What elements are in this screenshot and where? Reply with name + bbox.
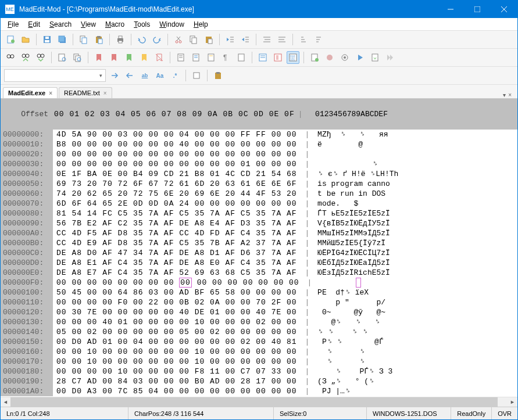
- hex-bytes[interactable]: 56 7B E2 AF C2 35 7A AF DE A8 E4 AF D3 3…: [53, 218, 301, 228]
- copy-button[interactable]: [77, 33, 90, 46]
- match-case-button[interactable]: Aa: [153, 69, 166, 82]
- hex-bytes[interactable]: 00 00 00 00 00 00 00 00 00 00 00 00 00 0…: [53, 278, 303, 288]
- minimize-button[interactable]: [437, 1, 464, 18]
- hex-row[interactable]: 00000190:28 C7 AD 00 84 03 00 00 00 B0 A…: [1, 376, 517, 386]
- hex-ascii[interactable]: t be run in DOS: [314, 189, 394, 199]
- hex-bytes[interactable]: 00 00 10 00 00 00 00 00 00 10 00 00 00 0…: [53, 357, 301, 367]
- hex-row[interactable]: 000000E0:DE A8 E7 AF C4 35 7A AF 52 69 6…: [1, 268, 517, 278]
- paste-button[interactable]: [92, 33, 105, 46]
- hex-ascii[interactable]: р " p/: [314, 297, 394, 307]
- regex-button[interactable]: .*: [169, 69, 181, 82]
- print-button[interactable]: [114, 33, 127, 46]
- hex-bytes[interactable]: CC 4D F5 AF D8 35 7A AF CC 4D FD AF C4 3…: [53, 228, 301, 238]
- hex-row[interactable]: 000000A0:CC 4D F5 AF D8 35 7A AF CC 4D F…: [1, 228, 517, 238]
- save-all-button[interactable]: [56, 33, 69, 46]
- bookmark-green-button[interactable]: [123, 51, 135, 64]
- macro-fwd-button[interactable]: [384, 51, 396, 64]
- quicksearch-back-button[interactable]: [123, 69, 136, 82]
- cut-button[interactable]: [172, 33, 185, 46]
- uncomment-button[interactable]: [276, 33, 288, 46]
- doc4-button[interactable]: [235, 51, 248, 64]
- hex-ascii[interactable]: ё @: [314, 139, 398, 149]
- hex-bytes[interactable]: DE A8 E1 AF C4 35 7A AF DE A8 E0 AF C4 3…: [53, 258, 301, 268]
- hex-ascii[interactable]: ММшЇН5zЇММэЇД5zЇ: [314, 228, 394, 238]
- macro-play-gear-button[interactable]: [338, 51, 351, 64]
- doc2-button[interactable]: [190, 51, 202, 64]
- hex-row[interactable]: 000000D0:DE A8 E1 AF C4 35 7A AF DE A8 E…: [1, 258, 517, 268]
- hex-ascii[interactable]: Р­␠ ␠ @Ѓ: [314, 337, 387, 347]
- hex-ascii[interactable]: РЈ |…␠: [314, 386, 395, 396]
- quicksearch-go-button[interactable]: [108, 69, 121, 82]
- save-button[interactable]: [41, 33, 53, 46]
- hex-ascii[interactable]: PE d†␠ ­їeX: [314, 288, 390, 297]
- menu-window[interactable]: Window: [155, 19, 189, 30]
- hex-row[interactable]: 00000010:B8 00 00 00 00 00 00 00 40 00 0…: [1, 139, 517, 149]
- indent-button[interactable]: [239, 33, 252, 46]
- hex-row[interactable]: 00000140:05 00 02 00 00 00 00 00 05 00 0…: [1, 327, 517, 337]
- scroll-thumb[interactable]: [10, 397, 498, 407]
- hex-row[interactable]: 00000120:00 30 7E 00 00 00 00 00 40 DE 0…: [1, 307, 517, 317]
- menu-macro[interactable]: Macro: [101, 19, 129, 30]
- hex-bytes[interactable]: 50 45 00 00 64 86 03 00 AD BF 65 58 00 0…: [53, 288, 301, 297]
- hex-row[interactable]: 00000000:4D 5A 90 00 03 00 00 00 04 00 0…: [1, 130, 517, 139]
- menu-search[interactable]: Search: [45, 19, 76, 30]
- find-in-files-button[interactable]: [71, 51, 84, 64]
- status-encoding[interactable]: WINDOWS-1251.DOS: [367, 407, 451, 419]
- hex-bytes[interactable]: 00 30 7E 00 00 00 00 00 40 DE 01 00 00 4…: [53, 307, 301, 317]
- hex-ascii[interactable]: ␠: [314, 159, 395, 169]
- hex-ascii[interactable]: ММйШ5zЇЕ5{Їў7zЇ: [314, 238, 389, 248]
- hex-row[interactable]: 00000060:74 20 62 65 20 72 75 6E 20 69 6…: [1, 189, 517, 199]
- column-mode-button[interactable]: [271, 51, 284, 64]
- new-file-button[interactable]: [4, 33, 17, 46]
- hex-editor[interactable]: Offset00 01 02 03 04 05 06 07 08 09 0A 0…: [1, 99, 517, 397]
- hex-bytes[interactable]: 0E 1F BA 0E 00 B4 09 CD 21 B8 01 4C CD 2…: [53, 169, 301, 179]
- hex-row[interactable]: 00000150:00 D0 AD 01 00 04 00 00 00 00 0…: [1, 337, 517, 347]
- hex-bytes[interactable]: 00 00 00 00 10 00 00 00 00 F8 11 00 C7 0…: [53, 367, 301, 376]
- hex-row[interactable]: 00000050:69 73 20 70 72 6F 67 72 61 6D 2…: [1, 179, 517, 189]
- hex-row[interactable]: 00000070:6D 6F 64 65 2E 0D 0D 0A 24 00 0…: [1, 199, 517, 209]
- comment-button[interactable]: [260, 33, 273, 46]
- hex-bytes[interactable]: 28 C7 AD 00 84 03 00 00 00 B0 AD 00 28 1…: [53, 376, 301, 386]
- hex-bytes[interactable]: 81 54 14 FC C5 35 7A AF C5 35 7A AF C5 3…: [53, 209, 301, 218]
- macro-play-button[interactable]: [353, 51, 366, 64]
- tabs-close-icon[interactable]: ×: [508, 92, 512, 98]
- tab-readme-txt[interactable]: README.txt ×: [59, 87, 112, 98]
- scroll-right-button[interactable]: ►: [508, 397, 517, 407]
- hex-bytes[interactable]: 69 73 20 70 72 6F 67 72 61 6D 20 63 61 6…: [53, 179, 301, 189]
- tab-madedit-exe[interactable]: MadEdit.exe ×: [3, 87, 58, 98]
- hex-ascii[interactable]: ЮЁзЇД5zЇRіchЕ5zЇ: [314, 268, 394, 278]
- hex-ascii[interactable]: [316, 278, 396, 288]
- hex-bytes[interactable]: 00 00 00 00 00 00 00 00 00 00 00 00 01 0…: [53, 159, 301, 169]
- tabs-dropdown-icon[interactable]: ▾: [503, 92, 506, 98]
- clipboard-button[interactable]: [212, 69, 224, 82]
- quicksearch-s-6672[interactable]: ▾: [4, 69, 106, 82]
- maximize-button[interactable]: [464, 1, 491, 18]
- menu-view[interactable]: View: [76, 19, 101, 30]
- find-prev-button[interactable]: [34, 51, 47, 64]
- hex-row[interactable]: 000000F0:00 00 00 00 00 00 00 00 00 00 0…: [1, 278, 517, 288]
- whole-word-button[interactable]: ab: [138, 69, 151, 82]
- hex-row[interactable]: 00000030:00 00 00 00 00 00 00 00 00 00 0…: [1, 159, 517, 169]
- hex-bytes[interactable]: B8 00 00 00 00 00 00 00 40 00 00 00 00 0…: [53, 139, 301, 149]
- hex-row[interactable]: 00000080:81 54 14 FC C5 35 7A AF C5 35 7…: [1, 209, 517, 218]
- replace-button[interactable]: [56, 51, 69, 64]
- bookmark-red2-button[interactable]: [108, 51, 120, 64]
- status-ovr[interactable]: OVR: [492, 407, 517, 419]
- hex-row[interactable]: 00000130:00 00 00 40 01 00 00 00 00 10 0…: [1, 317, 517, 327]
- hex-ascii[interactable]: ЮЁбЇД5zЇЮЁаЇД5zЇ: [314, 258, 394, 268]
- scroll-left-button[interactable]: ◄: [1, 397, 10, 407]
- bookmark-red-button[interactable]: [92, 51, 105, 64]
- hex-row[interactable]: 000000C0:DE A8 D0 AF 47 34 7A AF DE A8 D…: [1, 248, 517, 258]
- hex-ascii[interactable]: [314, 149, 394, 159]
- close-button[interactable]: [491, 1, 517, 18]
- undo-button[interactable]: [135, 33, 148, 46]
- hex-row[interactable]: 000000B0:CC 4D E9 AF D8 35 7A AF C5 35 7…: [1, 238, 517, 248]
- paste2-button[interactable]: [202, 33, 215, 46]
- highlight-all-button[interactable]: [190, 69, 203, 82]
- macro-rec-button[interactable]: [308, 51, 321, 64]
- bookmark-clear-button[interactable]: [153, 51, 166, 64]
- hex-body[interactable]: 00000000:4D 5A 90 00 03 00 00 00 04 00 0…: [1, 130, 517, 397]
- hex-cursor[interactable]: 00: [179, 278, 192, 288]
- hex-ascii[interactable]: ␠ РЃ␠ З 3: [314, 367, 401, 376]
- hex-ascii[interactable]: (З­ „␠ °­ (␠: [314, 376, 387, 386]
